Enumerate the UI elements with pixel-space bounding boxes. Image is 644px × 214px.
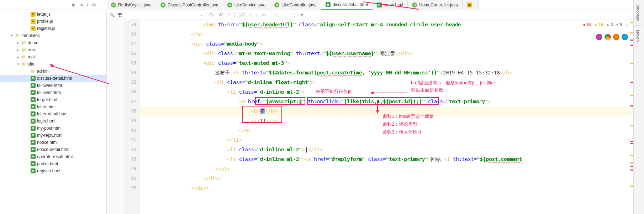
tree-item-my-reply.html[interactable]: Hmy-reply.html bbox=[0, 132, 106, 139]
line-number[interactable]: 88 bbox=[124, 106, 136, 116]
tree-label: mail bbox=[28, 54, 36, 59]
tab-LikeService.java[interactable]: CLikeService.java bbox=[223, 0, 270, 10]
line-number[interactable]: 80 bbox=[124, 30, 136, 39]
chevron-icon[interactable]: ▸ bbox=[16, 41, 20, 45]
line-number[interactable]: 85 bbox=[124, 78, 136, 87]
tree-item-admin[interactable]: admin bbox=[0, 68, 106, 75]
tree-label: follower.html bbox=[37, 90, 61, 95]
tree-item-error[interactable]: ▸error bbox=[0, 46, 106, 53]
tree-item-forget.html[interactable]: Hforget.html bbox=[0, 96, 106, 103]
file-icon: H bbox=[31, 97, 36, 102]
weak-warning-count[interactable]: ▲ 3 bbox=[606, 22, 613, 27]
line-number[interactable]: 95 bbox=[124, 174, 136, 183]
line-number[interactable]: 93 bbox=[124, 155, 136, 164]
tree-item-demo[interactable]: ▸demo bbox=[0, 39, 106, 46]
tree-item-letter.html[interactable]: Hletter.html bbox=[0, 103, 106, 110]
line-number[interactable]: 91 bbox=[124, 135, 136, 145]
project-tree[interactable]: JSletter.jsJSprofile.jsJSregister.js▾tem… bbox=[0, 10, 107, 214]
line-number[interactable]: 96 bbox=[124, 183, 136, 193]
tab-index.html[interactable]: Hindex.html bbox=[373, 0, 408, 10]
line-number[interactable]: 90 bbox=[124, 126, 136, 135]
file-icon: JS bbox=[31, 26, 36, 31]
line-number[interactable]: 81 bbox=[124, 39, 136, 49]
editor[interactable]: 798081828384858687888990919293949596 <im… bbox=[107, 20, 633, 214]
regex-toggle[interactable]: .* bbox=[227, 12, 230, 17]
filter-icon[interactable]: ▼ bbox=[300, 12, 304, 17]
line-number[interactable]: 79 bbox=[124, 20, 136, 30]
file-type-icon: C bbox=[227, 2, 232, 7]
collapse-icon[interactable]: ⇥ bbox=[79, 2, 83, 7]
error-stripe[interactable] bbox=[630, 20, 633, 214]
line-number[interactable]: 94 bbox=[124, 164, 136, 174]
select-all-icon[interactable]: ▭ bbox=[262, 12, 266, 17]
warning-count[interactable]: ▲ 19 bbox=[594, 22, 603, 27]
up-icon[interactable]: ↑ bbox=[249, 12, 251, 17]
chevron-down-icon[interactable]: ⌄ bbox=[625, 22, 628, 27]
intellij-icon[interactable] bbox=[596, 34, 602, 40]
whole-word-toggle[interactable]: W bbox=[219, 12, 223, 17]
open-in-browser[interactable] bbox=[594, 32, 630, 42]
code-area[interactable]: <img th:src="${user.headerUrl}" class="a… bbox=[140, 20, 633, 214]
file-icon: H bbox=[31, 76, 36, 81]
editor-tabs: CRedisKeyUtil.javaCDiscussPostController… bbox=[107, 0, 644, 10]
tab-LikeController.java[interactable]: CLikeController.java bbox=[270, 0, 321, 10]
target-icon[interactable]: ⊕ bbox=[72, 2, 75, 7]
chevron-icon[interactable]: ▾ bbox=[10, 34, 14, 37]
chevron-icon[interactable]: ▾ bbox=[16, 62, 20, 66]
chevron-icon[interactable]: ▸ bbox=[16, 55, 20, 59]
line-number[interactable]: 86 bbox=[124, 87, 136, 97]
tree-item-letter-detail.html[interactable]: Hletter-detail.html bbox=[0, 110, 106, 118]
down-icon[interactable]: ↓ bbox=[255, 12, 258, 17]
tree-item-templates[interactable]: ▾templates bbox=[0, 32, 106, 39]
expand-icon[interactable]: ÷ bbox=[86, 2, 89, 7]
tree-item-profile.html[interactable]: Hprofile.html bbox=[0, 160, 106, 167]
tree-item-operate-result.html[interactable]: Hoperate-result.html bbox=[0, 153, 106, 160]
prev-match-icon[interactable]: ← bbox=[192, 12, 196, 17]
tree-item-notice.html[interactable]: Hnotice.html bbox=[0, 139, 106, 146]
line-number[interactable]: 92 bbox=[124, 145, 136, 155]
tree-item-letter.js[interactable]: JSletter.js bbox=[0, 11, 106, 18]
tree-item-follower.html[interactable]: Hfollower.html bbox=[0, 89, 106, 96]
tree-label: notice-detail.html bbox=[37, 147, 69, 152]
chevron-icon[interactable]: ▸ bbox=[16, 48, 20, 52]
line-number[interactable]: 89 bbox=[124, 116, 136, 126]
chrome-icon[interactable] bbox=[605, 34, 611, 40]
tab-discuss-detail.html[interactable]: Hdiscuss-detail.html bbox=[321, 0, 373, 10]
tree-item-register.js[interactable]: JSregister.js bbox=[0, 25, 106, 32]
hide-icon[interactable]: — bbox=[100, 2, 104, 7]
line-number[interactable]: 84 bbox=[124, 68, 136, 78]
line-number[interactable]: 87 bbox=[124, 97, 136, 106]
database-tool[interactable]: Database bbox=[634, 0, 642, 26]
next-match-icon[interactable]: → bbox=[199, 12, 203, 17]
tree-item-mail[interactable]: ▸mail bbox=[0, 53, 106, 61]
tree-item-notice-detail.html[interactable]: Hnotice-detail.html bbox=[0, 146, 106, 153]
search-input[interactable] bbox=[118, 12, 189, 17]
tab-DiscussPostController.java[interactable]: CDiscussPostController.java bbox=[156, 0, 223, 10]
line-number[interactable]: 82 bbox=[124, 49, 136, 58]
tree-item-site[interactable]: ▾site bbox=[0, 61, 106, 68]
tab-HomeController.java[interactable]: CHomeController.java bbox=[408, 0, 463, 10]
typo-count[interactable]: ✓ 9 bbox=[616, 22, 622, 27]
tree-item-my-post.html[interactable]: Hmy-post.html bbox=[0, 125, 106, 132]
tab-label: HomeController.java bbox=[419, 2, 458, 7]
error-count[interactable]: ● 84 bbox=[583, 22, 591, 27]
select-occur-icon[interactable]: ⫶⫶ bbox=[291, 12, 296, 17]
maven-tool[interactable]: Maven bbox=[634, 26, 642, 46]
tab-more[interactable]: JS bbox=[463, 0, 479, 10]
tree-item-followee.html[interactable]: Hfollowee.html bbox=[0, 82, 106, 89]
tab-RedisKeyUtil.java[interactable]: CRedisKeyUtil.java bbox=[107, 0, 156, 10]
tree-item-discuss-detail.html[interactable]: Hdiscuss-detail.html bbox=[0, 75, 106, 82]
tree-item-profile.js[interactable]: JSprofile.js bbox=[0, 18, 106, 25]
tree-item-login.html[interactable]: Hlogin.html bbox=[0, 118, 106, 125]
inspection-indicators[interactable]: ● 84 ▲ 19 ▲ 3 ✓ 9 ⌄ bbox=[582, 21, 630, 27]
add-sel-icon[interactable]: +⫶ bbox=[275, 12, 279, 17]
tree-item-register.html[interactable]: Hregister.html bbox=[0, 167, 106, 174]
firefox-icon[interactable] bbox=[613, 34, 619, 40]
match-case-toggle[interactable]: Cc bbox=[209, 12, 215, 17]
gear-icon[interactable]: ⚙ bbox=[92, 2, 96, 7]
line-number[interactable]: 83 bbox=[124, 58, 136, 68]
file-type-icon: H bbox=[377, 2, 382, 7]
edge-icon[interactable] bbox=[622, 34, 628, 40]
tree-label: site bbox=[28, 62, 35, 67]
remove-sel-icon[interactable]: -⫶ bbox=[284, 12, 287, 17]
